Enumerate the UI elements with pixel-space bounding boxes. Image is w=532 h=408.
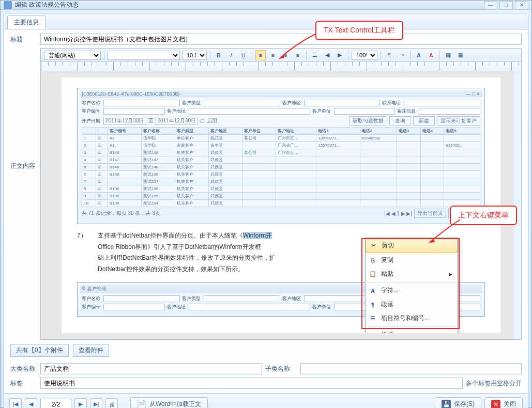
italic-button[interactable]: I xyxy=(226,50,236,60)
prev-page-button[interactable]: ◀ xyxy=(25,398,37,408)
emb-max-icon: □ xyxy=(472,91,475,97)
tab-marks-button[interactable]: ⇥ xyxy=(397,50,407,60)
font-color-button[interactable]: A xyxy=(426,50,436,60)
subcategory-label: 子类名称 xyxy=(265,365,297,373)
category-label: 大类名称 xyxy=(10,365,37,373)
first-page-button[interactable]: |◀ xyxy=(9,398,22,408)
align-left-button[interactable]: ≡ xyxy=(255,50,266,60)
emb-close-icon: ✕ xyxy=(476,91,480,97)
maximize-button[interactable]: □ xyxy=(499,1,513,9)
editor-toolbar: 普通(网站) 10.5 B I U ≡ ≡ ≡ ≡ ☰ xyxy=(41,49,521,62)
category-input[interactable] xyxy=(40,363,262,374)
indent-button[interactable]: ▶ xyxy=(335,50,345,60)
category-row: 大类名称 子类名称 xyxy=(10,363,522,374)
minimize-button[interactable]: — xyxy=(484,1,497,9)
bold-button[interactable]: B xyxy=(214,50,224,60)
attachments-bar: 共有【0】个附件 查看附件 xyxy=(10,343,522,358)
align-justify-button[interactable]: ≡ xyxy=(293,50,303,60)
emb-win-title: {C3E0012D-EB42-4f7d-98BC-1E50C2E7B33B} xyxy=(82,91,180,97)
font-size-select[interactable]: 10.5 xyxy=(182,51,207,60)
tab-main-info[interactable]: 主要信息 xyxy=(7,15,45,29)
char-format-button[interactable]: A xyxy=(414,50,424,60)
next-page-button[interactable]: ▶ xyxy=(74,398,87,408)
footer: |◀ ◀ 2/2 ▶ ▶| 🖨 📄从Word中加载正文 💾保存(S) ✕关闭 xyxy=(4,393,528,408)
align-right-button[interactable]: ≡ xyxy=(280,50,291,60)
outdent-button[interactable]: ◀ xyxy=(322,50,332,60)
emb-table: 客户编号客户名称客户类型客户地区客户单位客户地址电话1电话2电话3电话4电话5 … xyxy=(82,127,480,207)
app-icon xyxy=(4,1,12,9)
save-button[interactable]: 💾保存(S) xyxy=(435,397,481,408)
tab-header: 主要信息 xyxy=(4,13,528,29)
style-select[interactable]: 普通(网站) xyxy=(44,51,101,60)
redbox-contextmenu xyxy=(361,238,460,329)
gear-icon: ⚙ xyxy=(82,286,86,292)
more2-button[interactable]: ▦ xyxy=(455,50,466,60)
tags-label: 标签 xyxy=(10,379,37,388)
title-label: 标题 xyxy=(10,35,37,44)
word-icon: 📄 xyxy=(137,400,146,408)
edit-window: 编辑 政策法规公告动态 — □ ✕ 主要信息 标题 正文内容 普通(网站) xyxy=(0,0,532,408)
subcategory-input[interactable] xyxy=(300,363,522,374)
selected-text: Winform开 xyxy=(243,232,272,239)
print-button[interactable]: 🖨 xyxy=(105,398,118,408)
ruler xyxy=(41,62,521,71)
page-indicator: 2/2 xyxy=(40,399,71,408)
tags-hint: 多个标签用空格分开 xyxy=(466,379,522,388)
save-icon: 💾 xyxy=(442,400,451,408)
font-family-select[interactable] xyxy=(108,51,180,60)
close-form-button[interactable]: ✕关闭 xyxy=(484,397,523,408)
view-attachments-button[interactable]: 查看附件 xyxy=(73,344,109,357)
pilcrow-button[interactable]: ¶ xyxy=(384,50,394,60)
emb-min-icon: — xyxy=(466,91,471,97)
callout-toolbar: TX Text Control工具栏 xyxy=(315,21,403,40)
last-page-button[interactable]: ▶| xyxy=(90,398,102,408)
underline-button[interactable]: U xyxy=(238,50,249,60)
window-title: 编辑 政策法规公告动态 xyxy=(15,1,79,9)
content-label: 正文内容 xyxy=(10,162,37,170)
align-center-button[interactable]: ≡ xyxy=(268,50,278,60)
load-from-word-button[interactable]: 📄从Word中加载正文 xyxy=(130,397,208,408)
more1-button[interactable]: ▦ xyxy=(443,50,453,60)
close-icon: ✕ xyxy=(491,400,500,408)
close-button[interactable]: ✕ xyxy=(515,1,528,9)
style-icon: A xyxy=(369,331,377,334)
callout-contextmenu: 上下文右键菜单 xyxy=(450,206,517,225)
titlebar: 编辑 政策法规公告动态 — □ ✕ xyxy=(1,1,531,10)
tags-row: 标签 多个标签用空格分开 xyxy=(10,378,522,389)
zoom-select[interactable]: 100% xyxy=(352,51,377,60)
title-input[interactable] xyxy=(40,34,522,45)
title-row: 标题 xyxy=(10,34,522,45)
embedded-screenshot-1: {C3E0012D-EB42-4f7d-98BC-1E50C2E7B33B}— … xyxy=(77,88,485,224)
list-button[interactable]: ☰ xyxy=(310,50,320,60)
attachments-count: 共有【0】个附件 xyxy=(10,344,69,357)
tags-input[interactable] xyxy=(40,378,463,389)
